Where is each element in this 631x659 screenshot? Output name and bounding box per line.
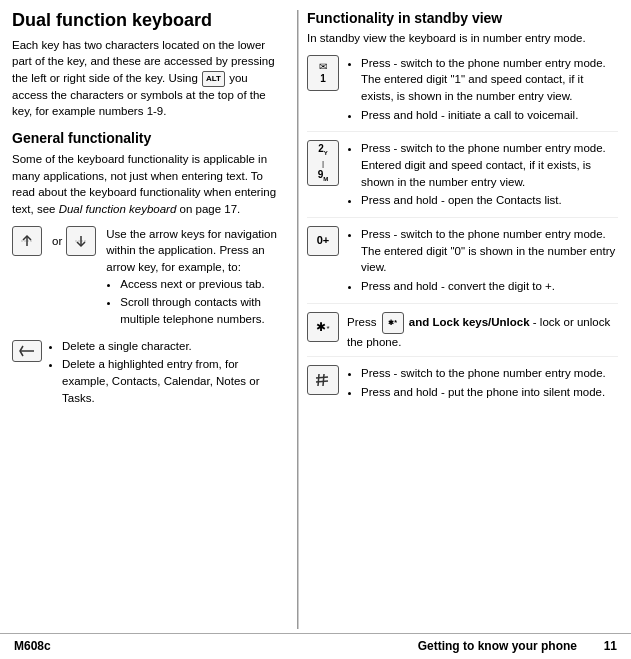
func-hash-bullets: Press - switch to the phone number entry… xyxy=(347,365,618,402)
page: Dual function keyboard Each key has two … xyxy=(0,0,631,659)
right-column: Functionality in standby view In standby… xyxy=(298,10,618,629)
footer-model: M608c xyxy=(14,639,51,653)
right-intro: In standby view the keyboard is in numbe… xyxy=(307,30,618,47)
func-row-2: 2Y | 9M Press - switch to the phone numb… xyxy=(307,140,618,218)
delete-description: Delete a single character. Delete a high… xyxy=(48,338,283,409)
arrow-key-2 xyxy=(66,226,96,256)
general-link: Dual function keyboard xyxy=(59,203,177,215)
svg-line-5 xyxy=(318,374,319,386)
page-title: Dual function keyboard xyxy=(12,10,283,32)
footer-section-label: Getting to know your phone xyxy=(418,639,577,653)
key-0-icon: 0+ xyxy=(307,226,339,256)
right-section-title: Functionality in standby view xyxy=(307,10,618,26)
star-key-inline: ✱* xyxy=(382,312,404,334)
func-0-b1: Press - switch to the phone number entry… xyxy=(361,226,618,276)
arrow-key-1 xyxy=(12,226,42,256)
key-1-num: 1 xyxy=(320,73,326,85)
func-2-b1: Press - switch to the phone number entry… xyxy=(361,140,618,190)
general-end: on page 17. xyxy=(176,203,240,215)
func-row-0: 0+ Press - switch to the phone number en… xyxy=(307,226,618,304)
nav-description: Use the arrow keys for navigation within… xyxy=(106,226,283,330)
svg-line-7 xyxy=(316,377,328,378)
press-label: Press xyxy=(347,316,376,328)
func-row-hash: Press - switch to the phone number entry… xyxy=(307,365,618,408)
page-number: 11 xyxy=(604,639,617,653)
nav-bullets-list: Access next or previous tab. Scroll thro… xyxy=(106,276,283,328)
func-star-text: Press ✱* and Lock keys/Unlock - lock or … xyxy=(347,312,618,351)
func-hash-list: Press - switch to the phone number entry… xyxy=(347,365,618,400)
key-1-icon: ✉ 1 xyxy=(307,55,339,91)
delete-bullet-2: Delete a highlighted entry from, for exa… xyxy=(62,356,283,406)
func-2-b2: Press and hold - open the Contacts list. xyxy=(361,192,618,209)
key-0-label: 0+ xyxy=(317,234,330,247)
func-1-b1: Press - switch to the phone number entry… xyxy=(361,55,618,105)
key-1-envelope: ✉ xyxy=(319,61,327,73)
or-label: or xyxy=(52,235,62,247)
delete-bullets-list: Delete a single character. Delete a high… xyxy=(48,338,283,407)
nav-text: Use the arrow keys for navigation within… xyxy=(106,226,283,276)
func-row-1: ✉ 1 Press - switch to the phone number e… xyxy=(307,55,618,133)
key-9-bottom: 9M xyxy=(318,169,329,183)
general-text: Some of the keyboard functionality is ap… xyxy=(12,151,283,218)
key-star-icon: ✱* xyxy=(307,312,339,342)
alt-key: ALT xyxy=(202,71,225,87)
nav-bullet-2: Scroll through contacts with multiple te… xyxy=(120,294,283,327)
footer-section: Getting to know your phone 11 xyxy=(418,639,617,653)
svg-line-6 xyxy=(323,374,324,386)
func-hash-b1: Press - switch to the phone number entry… xyxy=(361,365,618,382)
key-2-top: 2Y xyxy=(318,143,328,157)
delete-bullet-1: Delete a single character. xyxy=(62,338,283,355)
left-column: Dual function keyboard Each key has two … xyxy=(12,10,297,629)
func-1-b2: Press and hold - initiate a call to voic… xyxy=(361,107,618,124)
arrow-keys-row: or Use the arrow keys for navigation wit… xyxy=(12,226,283,330)
general-section-title: General functionality xyxy=(12,130,283,146)
func-2-list: Press - switch to the phone number entry… xyxy=(347,140,618,209)
func-0-bullets: Press - switch to the phone number entry… xyxy=(347,226,618,297)
delete-key-row: Delete a single character. Delete a high… xyxy=(12,338,283,409)
key-2-9-icon: 2Y | 9M xyxy=(307,140,339,186)
svg-line-8 xyxy=(316,381,328,382)
func-hash-b2: Press and hold - put the phone into sile… xyxy=(361,384,618,401)
nav-bullet-1: Access next or previous tab. xyxy=(120,276,283,293)
func-2-bullets: Press - switch to the phone number entry… xyxy=(347,140,618,211)
page-footer: M608c Getting to know your phone 11 xyxy=(0,633,631,659)
func-1-list: Press - switch to the phone number entry… xyxy=(347,55,618,124)
func-0-list: Press - switch to the phone number entry… xyxy=(347,226,618,295)
star-symbol: ✱* xyxy=(316,320,329,334)
func-0-b2: Press and hold - convert the digit to +. xyxy=(361,278,618,295)
func-row-star: ✱* Press ✱* and Lock keys/Unlock - lock … xyxy=(307,312,618,358)
key-hash-icon xyxy=(307,365,339,395)
func-1-bullets: Press - switch to the phone number entry… xyxy=(347,55,618,126)
delete-key xyxy=(12,340,42,362)
key-2-divider: | xyxy=(322,159,324,169)
intro-text: Each key has two characters located on t… xyxy=(12,37,283,120)
lock-bold: and Lock keys/Unlock xyxy=(409,316,530,328)
